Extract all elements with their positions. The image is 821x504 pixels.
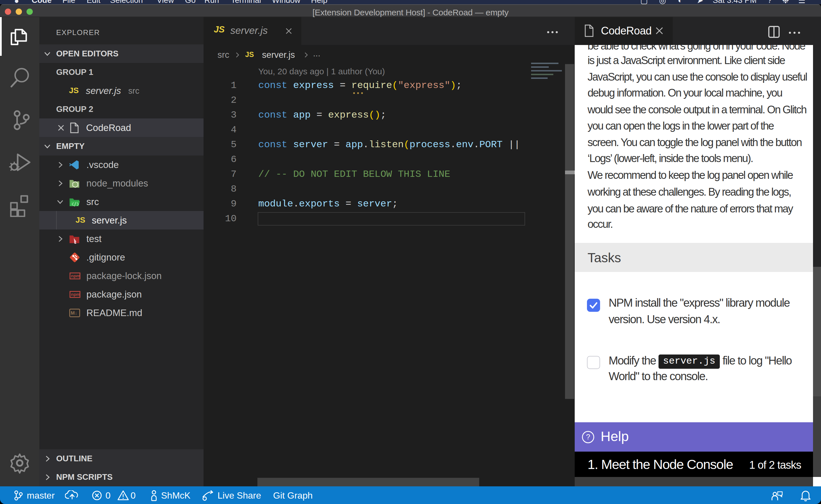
svg-text:npm: npm [71,273,80,278]
svg-text:npm: npm [71,292,80,297]
svg-text:?: ? [586,433,590,441]
svg-text:M↓: M↓ [71,310,77,316]
